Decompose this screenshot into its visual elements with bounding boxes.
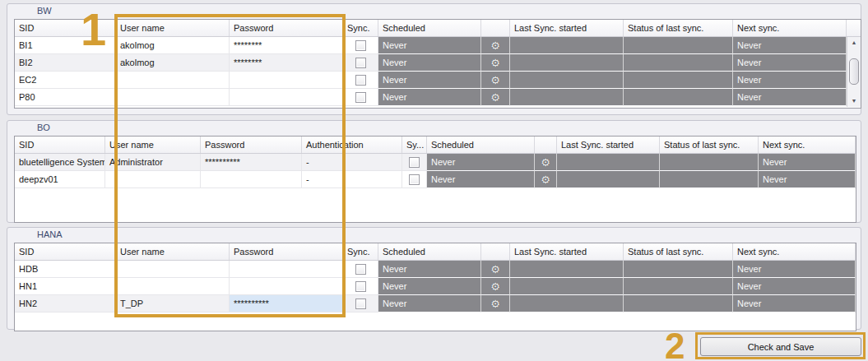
cell-status xyxy=(624,295,733,312)
cell-sync xyxy=(343,261,378,278)
cell-sid[interactable]: EC2 xyxy=(15,72,116,89)
cell-sid[interactable]: P80 xyxy=(15,89,116,106)
gear-icon[interactable]: ⚙︎ xyxy=(541,157,550,168)
cell-last xyxy=(510,278,624,295)
cell-last xyxy=(557,171,660,188)
column-header-gear[interactable] xyxy=(481,243,510,260)
cell-sched: Never xyxy=(427,171,535,188)
cell-status xyxy=(624,89,733,106)
cell-gear: ⚙︎ xyxy=(535,171,557,188)
cell-next: Never xyxy=(733,72,847,89)
vertical-scrollbar[interactable]: ▲▼ xyxy=(847,37,861,107)
cell-last xyxy=(510,295,624,312)
cell-sid[interactable]: HDB xyxy=(15,261,116,278)
annotation-number-1: 1 xyxy=(81,7,106,53)
cell-sched: Never xyxy=(378,295,481,312)
cell-gear: ⚙︎ xyxy=(481,54,510,72)
cell-sid[interactable]: HN1 xyxy=(15,278,116,295)
sync-checkbox[interactable] xyxy=(355,58,366,68)
column-header-last[interactable]: Last Sync. started xyxy=(510,20,624,36)
column-header-sched[interactable]: Scheduled xyxy=(427,137,535,153)
cell-sched: Never xyxy=(378,37,481,54)
gear-icon[interactable]: ⚙︎ xyxy=(490,75,500,86)
sync-checkbox[interactable] xyxy=(355,281,366,292)
cell-sched: Never xyxy=(378,278,481,295)
cell-last xyxy=(557,154,660,171)
sync-settings-panel: BWSIDUser namePasswordSync.ScheduledLast… xyxy=(0,0,868,361)
cell-status xyxy=(624,72,733,89)
cell-status xyxy=(624,37,733,54)
gear-icon[interactable]: ⚙︎ xyxy=(490,264,500,275)
cell-sid[interactable]: bluetelligence System xyxy=(15,154,105,171)
cell-sync xyxy=(402,154,427,171)
annotation-number-2: 2 xyxy=(665,328,685,361)
cell-next: Never xyxy=(733,261,856,278)
cell-sched: Never xyxy=(378,72,481,89)
column-header-gear[interactable] xyxy=(481,20,510,36)
cell-status xyxy=(660,171,759,188)
annotation-box-1 xyxy=(114,14,346,317)
cell-gear: ⚙︎ xyxy=(481,72,510,89)
scrollbar-thumb[interactable] xyxy=(849,58,859,85)
cell-sched: Never xyxy=(427,154,535,171)
column-header-sid[interactable]: SID xyxy=(15,137,105,153)
column-header-last[interactable]: Last Sync. started xyxy=(557,137,660,153)
cell-gear: ⚙︎ xyxy=(535,154,557,171)
cell-status xyxy=(660,154,759,171)
cell-gear: ⚙︎ xyxy=(481,89,510,106)
cell-sync xyxy=(402,171,427,188)
cell-gear: ⚙︎ xyxy=(481,261,510,278)
cell-gear: ⚙︎ xyxy=(481,295,510,312)
gear-icon[interactable]: ⚙︎ xyxy=(490,299,500,309)
cell-next: Never xyxy=(733,89,847,106)
column-header-sched[interactable]: Scheduled xyxy=(378,20,481,36)
cell-last xyxy=(510,54,624,72)
cell-sync xyxy=(343,37,378,54)
column-header-gear[interactable] xyxy=(535,137,557,153)
column-header-next[interactable]: Next sync. xyxy=(759,137,856,153)
cell-sched: Never xyxy=(378,261,481,278)
cell-sync xyxy=(343,54,378,72)
cell-sid[interactable]: HN2 xyxy=(15,295,116,312)
column-header-sid[interactable]: SID xyxy=(15,243,116,260)
column-header-sync[interactable]: Sy... xyxy=(402,137,427,153)
sync-checkbox[interactable] xyxy=(409,174,420,185)
scrollbar-header-spacer xyxy=(847,20,860,36)
cell-last xyxy=(510,72,624,89)
cell-gear: ⚙︎ xyxy=(481,37,510,54)
sync-checkbox[interactable] xyxy=(355,75,366,86)
column-header-last[interactable]: Last Sync. started xyxy=(510,243,624,260)
gear-icon[interactable]: ⚙︎ xyxy=(490,281,500,292)
check-and-save-button[interactable]: Check and Save xyxy=(700,337,861,356)
cell-sched: Never xyxy=(378,89,481,106)
cell-last xyxy=(510,261,624,278)
column-header-next[interactable]: Next sync. xyxy=(733,20,847,36)
sync-checkbox[interactable] xyxy=(355,299,366,309)
cell-sid[interactable]: deepzv01 xyxy=(15,171,105,188)
column-header-status[interactable]: Status of last sync. xyxy=(660,137,759,153)
scroll-up-button[interactable]: ▲ xyxy=(847,37,861,49)
sync-checkbox[interactable] xyxy=(355,92,366,103)
cell-gear: ⚙︎ xyxy=(481,278,510,295)
column-header-status[interactable]: Status of last sync. xyxy=(624,20,733,36)
cell-sync xyxy=(343,89,378,106)
sync-checkbox[interactable] xyxy=(355,40,366,51)
sync-checkbox[interactable] xyxy=(355,264,366,275)
cell-next: Never xyxy=(759,171,856,188)
column-header-status[interactable]: Status of last sync. xyxy=(624,243,733,260)
gear-icon[interactable]: ⚙︎ xyxy=(490,58,500,68)
cell-next: Never xyxy=(733,295,856,312)
gear-icon[interactable]: ⚙︎ xyxy=(541,174,550,185)
gear-icon[interactable]: ⚙︎ xyxy=(490,92,500,103)
column-header-sched[interactable]: Scheduled xyxy=(378,243,481,260)
column-header-sync[interactable]: Sync. xyxy=(343,20,378,36)
cell-sid[interactable]: BI2 xyxy=(15,54,116,72)
scroll-down-button[interactable]: ▼ xyxy=(847,95,861,107)
cell-last xyxy=(510,89,624,106)
cell-sched: Never xyxy=(378,54,481,72)
column-header-sync[interactable]: Sync. xyxy=(343,243,378,260)
sync-checkbox[interactable] xyxy=(409,157,420,168)
cell-sync xyxy=(343,72,378,89)
gear-icon[interactable]: ⚙︎ xyxy=(490,40,500,51)
column-header-next[interactable]: Next sync. xyxy=(733,243,856,260)
